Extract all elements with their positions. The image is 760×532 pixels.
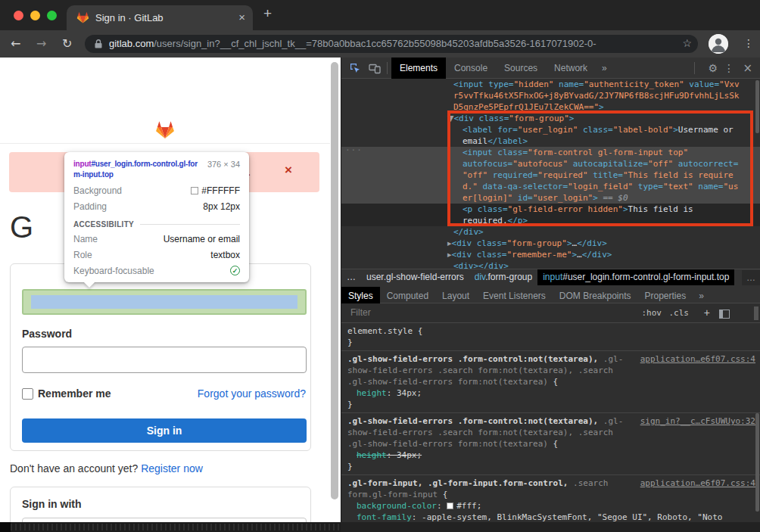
bottom-strip-right [341,522,760,532]
bookmark-star-icon[interactable]: ☆ [682,37,692,49]
toolbar-divider-right [694,62,695,74]
profile-avatar[interactable] [709,34,728,54]
styles-scrollbar[interactable] [755,413,759,512]
css-line[interactable]: background-color: #fff; [341,500,760,512]
toggle-hover-state-button[interactable]: :hov [642,303,662,322]
css-source-link[interactable]: application…e6f07.css:4 [640,478,755,489]
dom-tree-line[interactable]: <input type="hidden" name="authenticity_… [341,79,760,90]
css-line[interactable]: form.gl-form-input { [341,489,760,500]
devtools-settings-icon[interactable]: ⚙ [708,58,718,79]
devtools-toolbar: ElementsConsoleSourcesNetwork» ⚙ ⋮ × [341,58,760,79]
back-button[interactable]: ← [11,36,20,51]
css-line[interactable]: } [341,461,760,472]
css-line[interactable]: .gl-show-field-errors form:not(textarea)… [341,438,760,450]
remember-me-checkbox[interactable] [22,388,33,400]
devtools-menu-icon[interactable]: ⋮ [724,58,734,79]
styles-pane: element.style {}.gl-show-field-errors .f… [341,323,760,522]
alert-close-icon[interactable]: × [285,163,292,178]
dock-sidebar-icon[interactable] [719,310,730,319]
new-style-rule-button[interactable]: + [704,303,710,322]
filter-scroll-thumb [754,306,758,320]
breadcrumb-item[interactable]: user.gl-show-field-errors [361,269,469,285]
window-close-button[interactable] [14,11,23,20]
forgot-password-link[interactable]: Forgot your password? [198,387,306,400]
inspect-highlight-content [31,295,297,309]
new-tab-button[interactable]: + [263,5,272,22]
css-line[interactable]: element.style { [341,325,760,337]
css-line[interactable]: height: 34px; [341,450,760,461]
forward-button[interactable]: → [36,36,46,51]
panel-tab-styles[interactable]: Styles [341,287,380,305]
tooltip-keyboard-row: Keyboard-focusable ✓ [64,266,249,276]
username-input[interactable] [22,289,307,315]
register-row: Don't have an account yet? Register now [10,462,203,474]
css-line[interactable]: font-family: -apple-system, BlinkMacSyst… [341,512,760,522]
devtools-tab-strip: ElementsConsoleSourcesNetwork» [391,58,613,79]
css-line[interactable]: .gl-show-field-errors .form-control:not(… [341,415,760,427]
dom-scrollbar[interactable] [755,80,759,133]
panel-tab-dom-breakpoints[interactable]: DOM Breakpoints [553,287,638,305]
window-titlebar: Sign in · GitLab × + [0,0,760,30]
tooltip-selector: input#user_login.form-control.gl-form-in… [73,159,204,180]
tooltip-background-row: Background #FFFFFF [64,185,249,196]
page-heading: G [10,210,33,244]
browser-window: Sign in · GitLab × + ← → ↻ gitlab.com/us… [0,0,760,532]
css-line[interactable]: } [341,337,760,348]
css-line[interactable]: show-field-errors .search form:not(texta… [341,427,760,438]
dom-tree-line[interactable]: ▸<div class="form-group">…</div> [341,238,760,249]
url-text: gitlab.com/users/sign_in?__cf_chl_jschl_… [109,38,673,49]
devtools-tab-sources[interactable]: Sources [496,58,546,79]
window-zoom-button[interactable] [47,11,57,20]
gitlab-favicon-icon [76,11,89,23]
inspect-tooltip: input#user_login.form-control.gl-form-in… [64,152,249,282]
breadcrumb-item[interactable]: … [341,269,361,285]
css-source-link[interactable]: sign_in?__c…cFsUWUyo:32 [640,415,755,427]
reload-button[interactable]: ↻ [62,36,72,51]
page-scrollbar[interactable] [331,62,338,499]
remember-me-label: Remember me [38,387,111,400]
devtools-tab-overflow[interactable]: » [596,58,613,79]
password-input[interactable] [22,347,307,373]
devtools-tab-elements[interactable]: Elements [391,58,446,79]
devtools-close-icon[interactable]: × [743,58,752,79]
css-line[interactable]: } [341,399,760,410]
inspect-element-icon[interactable] [349,62,361,74]
dom-breadcrumb-bar: …user.gl-show-field-errorsdiv.form-group… [341,269,760,285]
tooltip-accessibility-header: ACCESSIBILITY [64,220,249,229]
dom-gutter-ellipsis: ··· [345,145,363,155]
css-line[interactable]: .gl-show-field-errors form:not(textarea)… [341,376,760,387]
dom-tree-line[interactable]: r5vvTfku46tX5FhxOG+j8yBYvadG/2JY7NP6fB8s… [341,90,760,101]
panel-tab-event-listeners[interactable]: Event Listeners [476,287,553,305]
dom-tree-line[interactable]: <div></div> [341,260,760,269]
browser-tab[interactable]: Sign in · GitLab × [67,5,253,30]
device-toolbar-icon[interactable] [369,62,381,74]
address-bar[interactable]: gitlab.com/users/sign_in?__cf_chl_jschl_… [85,35,698,53]
browser-menu-icon[interactable]: ⋮ [743,37,754,49]
css-line[interactable]: .gl-form-input, .gl-form-input.form-cont… [341,478,760,489]
sign-in-with-label: Sign in with [22,498,82,510]
bottom-strip-clipped-text [11,524,341,530]
panel-tab-properties[interactable]: Properties [638,287,693,305]
breadcrumb-item[interactable]: input#user_login.form-control.gl-form-in… [537,269,734,285]
toggle-class-button[interactable]: .cls [669,303,690,322]
panel-tab-layout[interactable]: Layout [435,287,476,305]
devtools-tab-console[interactable]: Console [446,58,496,79]
register-prefix: Don't have an account yet? [10,462,141,474]
color-swatch [191,187,198,194]
sign-in-button[interactable]: Sign in [22,418,307,443]
toolbar-divider [387,62,388,74]
register-now-link[interactable]: Register now [141,462,203,474]
css-line[interactable]: height: 34px; [341,387,760,399]
css-line[interactable]: .gl-show-field-errors .form-control:not(… [341,353,760,365]
filter-input[interactable]: Filter [350,303,371,322]
window-minimize-button[interactable] [30,11,40,20]
breadcrumb-overflow[interactable]: … [742,270,760,285]
dom-tree-line[interactable]: </div> [341,226,760,238]
css-source-link[interactable]: application…e6f07.css:4 [640,353,755,365]
panel-tab-computed[interactable]: Computed [380,287,435,305]
devtools-tab-network[interactable]: Network [546,58,596,79]
breadcrumb-item[interactable]: div.form-group [469,269,537,285]
tab-close-icon[interactable]: × [238,11,245,23]
dom-tree-line[interactable]: ▸<div class="remember-me">…</div> [341,249,760,260]
css-line[interactable]: show-field-errors .search form:not(texta… [341,365,760,376]
